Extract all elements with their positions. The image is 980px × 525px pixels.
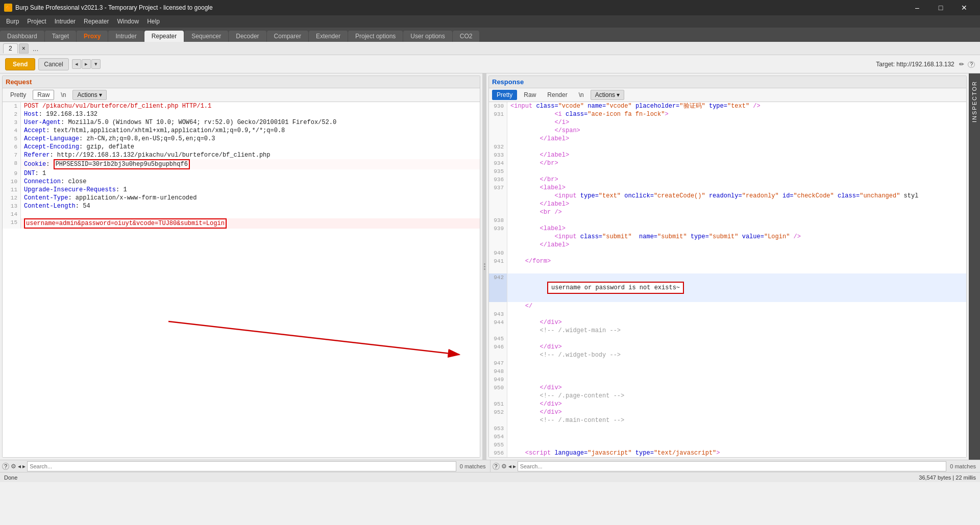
request-search-next-button[interactable]: ▸: [22, 463, 26, 470]
response-line-943: 943: [489, 310, 966, 318]
request-line-5: 5 Accept-Language: zh-CN,zh;q=0.8,en-US;…: [3, 135, 480, 143]
response-line-934: 934 </br>: [489, 159, 966, 167]
menu-item-window[interactable]: Window: [113, 17, 143, 26]
response-line-952b: <!-- /.main-content -->: [489, 416, 966, 424]
response-search-input[interactable]: [518, 461, 947, 471]
response-line-936: 936 </br>: [489, 176, 966, 184]
request-search-settings-icon[interactable]: ⚙: [11, 463, 16, 470]
request-line-8: 8 Cookie: PHPSESSID=30r1b2bj3u0hep9u5bgu…: [3, 159, 480, 169]
subtab-2[interactable]: 2: [3, 43, 18, 54]
titlebar: 🔶 Burp Suite Professional v2021.3 - Temp…: [0, 0, 980, 15]
response-line-953: 953: [489, 424, 966, 433]
response-line-931: 931 <i class="ace-icon fa fn-lock">: [489, 110, 966, 118]
send-button[interactable]: Send: [5, 58, 35, 70]
request-search-prev-button[interactable]: ◂: [18, 463, 21, 470]
target-help-icon[interactable]: ?: [968, 61, 975, 68]
request-header: Request: [3, 76, 480, 88]
request-search-input[interactable]: [27, 461, 456, 471]
response-line-941: 941 </form>: [489, 257, 966, 265]
tab-project-options[interactable]: Project options: [348, 31, 403, 42]
nav-back-button[interactable]: ◂: [72, 59, 81, 69]
response-line-950b: <!-- /.page-content -->: [489, 392, 966, 400]
tab-comparer[interactable]: Comparer: [267, 31, 308, 42]
menu-item-burp[interactable]: Burp: [2, 17, 23, 26]
cancel-button[interactable]: Cancel: [38, 58, 68, 70]
response-line-931c: </span>: [489, 127, 966, 135]
request-panel: Request Pretty Raw \n Actions ▾ 1 POST /…: [2, 76, 480, 458]
response-code-area[interactable]: 930 <input class="vcode" name="vcode" pl…: [489, 102, 966, 457]
minimize-button[interactable]: –: [905, 0, 929, 15]
response-tab-newline[interactable]: \n: [574, 90, 589, 100]
top-navigation: Dashboard Target Proxy Intruder Repeater…: [0, 28, 980, 42]
subtab-close[interactable]: ×: [19, 43, 29, 54]
maximize-button[interactable]: □: [929, 0, 952, 15]
tab-co2[interactable]: CO2: [453, 31, 480, 42]
tab-dashboard[interactable]: Dashboard: [0, 31, 44, 42]
response-line-939c: </label>: [489, 241, 966, 249]
request-line-3: 3 User-Agent: Mozilla/5.0 (Windows NT 10…: [3, 118, 480, 127]
response-tab-raw[interactable]: Raw: [519, 90, 541, 100]
request-tab-newline[interactable]: \n: [56, 90, 70, 100]
request-line-7: 7 Referer: http://192.168.13.132/pikachu…: [3, 151, 480, 159]
response-actions-button[interactable]: Actions ▾: [591, 90, 624, 100]
tab-extender[interactable]: Extender: [309, 31, 348, 42]
response-line-947: 947: [489, 359, 966, 367]
response-line-937b: <input type="text" onclick="createCode()…: [489, 192, 966, 200]
response-line-940: 940: [489, 249, 966, 257]
menu-item-repeater[interactable]: Repeater: [80, 17, 113, 26]
response-search-next-button[interactable]: ▸: [513, 463, 516, 470]
response-search-help-icon[interactable]: ?: [493, 463, 500, 470]
close-button[interactable]: ✕: [952, 0, 976, 15]
response-tab-render[interactable]: Render: [543, 90, 572, 100]
response-line-942: 942 username or password is not exists~: [489, 273, 966, 302]
edit-target-button[interactable]: ✏: [959, 61, 964, 68]
tab-repeater[interactable]: Repeater: [144, 31, 184, 42]
error-message-box: username or password is not exists~: [547, 282, 684, 294]
response-line-931b: </i>: [489, 118, 966, 127]
response-search-settings-icon[interactable]: ⚙: [501, 463, 507, 470]
request-search-help-icon[interactable]: ?: [2, 463, 9, 470]
target-label: Target: http://192.168.13.132: [876, 61, 954, 68]
response-line-952: 952 </div>: [489, 408, 966, 416]
request-line-12: 12 Content-Type: application/x-www-form-…: [3, 194, 480, 202]
menu-item-help[interactable]: Help: [143, 17, 164, 26]
tab-target[interactable]: Target: [45, 31, 76, 42]
response-tab-pretty[interactable]: Pretty: [492, 90, 517, 100]
response-line-946b: <!-- /.widget-body -->: [489, 351, 966, 359]
request-search-panel: ? ⚙ ◂ ▸ 0 matches: [0, 460, 491, 472]
request-tab-raw[interactable]: Raw: [33, 90, 54, 100]
bottom-search-bar: ? ⚙ ◂ ▸ 0 matches ? ⚙ ◂ ▸ 0 matches: [0, 460, 980, 472]
app-icon: 🔶: [4, 4, 12, 12]
request-tab-pretty[interactable]: Pretty: [6, 90, 31, 100]
menu-item-intruder[interactable]: Intruder: [51, 17, 80, 26]
response-toolbar: Pretty Raw Render \n Actions ▾: [489, 88, 966, 102]
request-code-area[interactable]: 1 POST /pikachu/vul/burteforce/bf_client…: [3, 102, 480, 457]
tab-decoder[interactable]: Decoder: [229, 31, 266, 42]
response-search-prev-button[interactable]: ◂: [508, 463, 511, 470]
request-line-2: 2 Host: 192.168.13.132: [3, 110, 480, 118]
response-line-937d: <br />: [489, 208, 966, 216]
tab-proxy[interactable]: Proxy: [77, 31, 108, 42]
nav-forward-button[interactable]: ▸: [82, 59, 91, 69]
request-line-14: 14: [3, 210, 480, 218]
tab-user-options[interactable]: User options: [403, 31, 452, 42]
response-line-938: 938: [489, 216, 966, 224]
status-bytes-label: 36,547 bytes | 22 millis: [919, 474, 976, 481]
request-actions-button[interactable]: Actions ▾: [72, 90, 106, 100]
tab-intruder[interactable]: Intruder: [108, 31, 143, 42]
nav-down-button[interactable]: ▾: [91, 59, 101, 69]
response-line-945: 945: [489, 335, 966, 343]
tab-sequencer[interactable]: Sequencer: [184, 31, 228, 42]
response-line-939b: <input class="submit" name="submit" type…: [489, 233, 966, 241]
subtab-more[interactable]: ...: [30, 43, 42, 54]
response-line-951: 951 </div>: [489, 400, 966, 408]
request-line-10: 10 Connection: close: [3, 178, 480, 186]
response-line-944: 944 </div>: [489, 318, 966, 327]
response-line-931d: </label>: [489, 135, 966, 143]
response-line-941b: [489, 265, 966, 273]
request-line-4: 4 Accept: text/html,application/xhtml+xm…: [3, 127, 480, 135]
window-controls: – □ ✕: [905, 0, 976, 15]
menu-item-project[interactable]: Project: [23, 17, 50, 26]
response-line-930: 930 <input class="vcode" name="vcode" pl…: [489, 102, 966, 110]
response-line-950: 950 </div>: [489, 384, 966, 392]
